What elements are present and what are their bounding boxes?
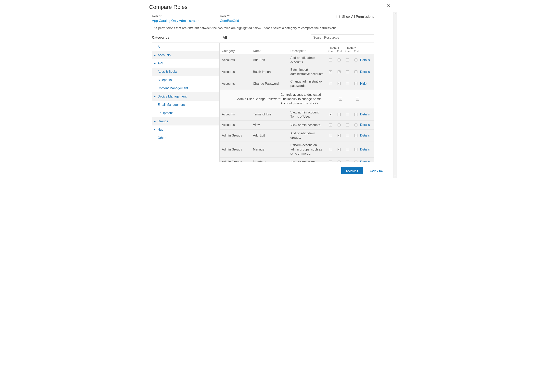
col-category: Category	[220, 49, 253, 53]
permission-checkbox[interactable]	[338, 70, 341, 73]
category-item[interactable]: All	[152, 43, 219, 51]
detail-description: Controls access to dedicated functionali…	[281, 93, 326, 106]
role2-name[interactable]: ComExpGrid	[220, 19, 285, 23]
row-category: Admin Groups	[220, 148, 253, 151]
permission-checkbox[interactable]	[354, 82, 358, 85]
table-row: AccountsBatch ImportBatch import adminis…	[220, 66, 374, 78]
export-button[interactable]: EXPORT	[341, 167, 363, 174]
permission-checkbox[interactable]	[346, 134, 349, 137]
show-all-checkbox[interactable]	[337, 15, 339, 18]
permission-checkbox[interactable]	[354, 70, 358, 73]
panel-headers: Categories All	[149, 34, 392, 41]
permission-checkbox[interactable]	[354, 134, 358, 137]
chevron-right-icon: ▶	[154, 54, 156, 57]
category-item[interactable]: Blueprints	[152, 76, 219, 84]
search-input[interactable]	[311, 34, 374, 41]
permission-checkbox[interactable]	[354, 113, 358, 116]
permission-checkbox[interactable]	[346, 82, 349, 85]
details-link[interactable]: Details	[360, 160, 374, 162]
row-name: Manage	[253, 148, 291, 151]
row-description: View admin group	[291, 160, 326, 162]
scroll-down-icon[interactable]: ▼	[394, 175, 397, 178]
category-item[interactable]: ▶Groups	[152, 117, 219, 125]
category-label: Accounts	[158, 53, 171, 57]
row-description: Perform actions on admin groups, such as…	[291, 143, 326, 156]
search-wrap	[311, 34, 374, 41]
table-row: AccountsViewView admin accounts.Details	[220, 120, 374, 130]
permission-checkbox[interactable]	[338, 113, 341, 116]
details-link[interactable]: Details	[360, 113, 374, 116]
col-role2-read: Read	[345, 50, 351, 53]
close-button[interactable]: ✕	[386, 3, 392, 8]
hide-link[interactable]: Hide	[360, 82, 374, 85]
categories-list[interactable]: All▶Accounts▶APIApps & BooksBlueprintsCo…	[152, 43, 220, 162]
scroll-up-icon[interactable]: ▲	[394, 12, 397, 15]
permission-checkbox[interactable]	[346, 124, 349, 126]
col-role1-label: Role 1	[326, 46, 343, 50]
details-link[interactable]: Details	[360, 58, 374, 62]
permission-checkbox[interactable]	[356, 98, 359, 101]
permission-checkbox[interactable]	[338, 82, 341, 85]
row-description: Add or edit admin groups.	[291, 131, 326, 140]
table-row: Admin GroupsMembersView admin groupDetai…	[220, 158, 374, 162]
permission-checkbox[interactable]	[338, 124, 341, 126]
row-checks	[326, 161, 360, 162]
show-all-permissions[interactable]: Show All Permissions	[336, 15, 392, 19]
permission-checkbox[interactable]	[329, 113, 332, 116]
permission-checkbox[interactable]	[329, 70, 332, 73]
permission-checkbox[interactable]	[354, 124, 358, 126]
category-item[interactable]: ▶Accounts	[152, 51, 219, 59]
permission-checkbox[interactable]	[354, 148, 358, 151]
permission-checkbox[interactable]	[338, 134, 341, 137]
details-link[interactable]: Details	[360, 148, 374, 151]
grid-scroll[interactable]: AccountsAdd/EditAdd or edit admin accoun…	[220, 54, 374, 162]
col-name: Name	[253, 49, 291, 53]
details-link[interactable]: Details	[360, 123, 374, 127]
row-category: Accounts	[220, 58, 253, 62]
category-item[interactable]: Content Management	[152, 84, 219, 92]
role1-name[interactable]: App Catalog Only Administrator	[152, 19, 217, 23]
chevron-right-icon: ▶	[154, 128, 156, 131]
details-link[interactable]: Details	[360, 70, 374, 74]
dialog-scrollbar[interactable]: ▲ ▼	[394, 12, 397, 178]
compare-roles-dialog: ✕ Compare Roles Role 1: App Catalog Only…	[145, 0, 397, 178]
category-item[interactable]: ▶Hub	[152, 125, 219, 134]
permission-checkbox[interactable]	[346, 58, 349, 62]
permission-checkbox[interactable]	[329, 161, 332, 162]
col-role1-read: Read	[328, 50, 334, 53]
row-name: Change Password	[253, 82, 291, 85]
permission-checkbox[interactable]	[329, 134, 332, 137]
permission-checkbox[interactable]	[346, 113, 349, 116]
permission-checkbox[interactable]	[339, 98, 342, 101]
permission-checkbox[interactable]	[354, 58, 358, 62]
category-item[interactable]: Email Management	[152, 101, 219, 109]
category-label: Apps & Books	[158, 70, 178, 73]
permission-checkbox[interactable]	[346, 70, 349, 73]
row-name: Add/Edit	[253, 134, 291, 137]
permission-checkbox[interactable]	[338, 161, 341, 162]
category-label: Equipment	[158, 111, 173, 115]
permission-checkbox[interactable]	[346, 148, 349, 151]
category-item[interactable]: Equipment	[152, 109, 219, 117]
permission-checkbox[interactable]	[329, 124, 332, 126]
row-checks	[326, 134, 360, 137]
col-description: Description	[291, 49, 326, 53]
permission-checkbox[interactable]	[329, 58, 332, 62]
permission-checkbox[interactable]	[329, 82, 332, 85]
permission-checkbox[interactable]	[338, 58, 341, 62]
category-label: All	[158, 45, 161, 49]
permission-checkbox[interactable]	[338, 148, 341, 151]
category-item[interactable]: ▶API	[152, 59, 219, 68]
row-category: Accounts	[220, 113, 253, 116]
chevron-right-icon: ▶	[154, 62, 156, 65]
cancel-button[interactable]: CANCEL	[369, 169, 384, 172]
category-item[interactable]: Apps & Books	[152, 68, 219, 76]
role2-block: Role 2: ComExpGrid	[217, 15, 285, 23]
category-item[interactable]: ▶Device Management	[152, 92, 219, 101]
permission-checkbox[interactable]	[329, 148, 332, 151]
category-item[interactable]: Other	[152, 134, 219, 142]
details-link[interactable]: Details	[360, 134, 374, 137]
row-description: View admin account Terms of Use.	[291, 110, 326, 119]
permission-checkbox[interactable]	[346, 161, 349, 162]
permission-checkbox[interactable]	[354, 161, 358, 162]
